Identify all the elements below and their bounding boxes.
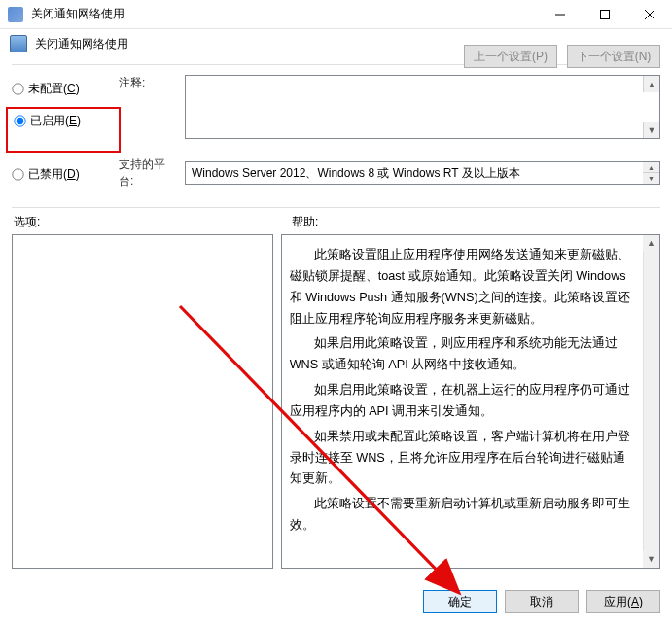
- scroll-up-icon[interactable]: ▲: [643, 162, 659, 173]
- scroll-down-icon[interactable]: ▼: [643, 551, 659, 568]
- help-text: 此策略设置不需要重新启动计算机或重新启动服务即可生效。: [290, 494, 636, 537]
- platform-box: Windows Server 2012、Windows 8 或 Windows …: [185, 161, 660, 185]
- scroll-down-icon[interactable]: ▼: [643, 173, 659, 184]
- highlight-box: 已启用(E): [6, 107, 121, 153]
- maximize-button[interactable]: [583, 0, 627, 28]
- radio-disabled[interactable]: 已禁用(D): [12, 166, 105, 183]
- help-text: 如果禁用或未配置此策略设置，客户端计算机将在用户登录时连接至 WNS，且将允许应…: [290, 427, 636, 491]
- annotation-label: 注释:: [119, 75, 179, 139]
- radio-enabled-input[interactable]: [14, 115, 25, 126]
- options-pane: [12, 234, 273, 569]
- cancel-button[interactable]: 取消: [505, 590, 579, 613]
- ok-button[interactable]: 确定: [423, 590, 497, 613]
- radio-not-configured-input[interactable]: [12, 83, 23, 94]
- apply-button[interactable]: 应用(A): [586, 590, 660, 613]
- titlebar: 关闭通知网络使用: [0, 0, 672, 29]
- help-text: 如果启用此策略设置，则应用程序和系统功能无法通过 WNS 或通知轮询 API 从…: [290, 333, 636, 376]
- help-text: 此策略设置阻止应用程序使用网络发送通知来更新磁贴、磁贴锁屏提醒、toast 或原…: [290, 245, 636, 330]
- radio-enabled-label: 已启用(E): [30, 113, 81, 129]
- window-title: 关闭通知网络使用: [31, 6, 538, 22]
- radio-enabled[interactable]: 已启用(E): [14, 113, 113, 129]
- prev-setting-button[interactable]: 上一个设置(P): [464, 45, 557, 68]
- svg-rect-1: [601, 10, 610, 18]
- help-label: 帮助:: [292, 214, 318, 230]
- scrollbar[interactable]: ▲ ▼: [643, 235, 659, 568]
- scroll-up-icon[interactable]: ▲: [643, 76, 659, 92]
- close-button[interactable]: [627, 0, 672, 28]
- radio-not-configured[interactable]: 未配置(C): [12, 81, 105, 97]
- system-icon: [8, 7, 23, 22]
- help-text: 如果启用此策略设置，在机器上运行的应用程序仍可通过应用程序内的 API 调用来引…: [290, 380, 636, 423]
- policy-icon: [10, 35, 27, 52]
- radio-disabled-label: 已禁用(D): [28, 166, 80, 183]
- platform-label: 支持的平台:: [119, 156, 179, 190]
- minimize-button[interactable]: [538, 0, 583, 28]
- help-pane: 此策略设置阻止应用程序使用网络发送通知来更新磁贴、磁贴锁屏提醒、toast 或原…: [281, 234, 660, 569]
- radio-disabled-input[interactable]: [12, 168, 23, 180]
- scroll-down-icon[interactable]: ▼: [643, 122, 659, 138]
- policy-title: 关闭通知网络使用: [35, 36, 128, 52]
- radio-not-configured-label: 未配置(C): [28, 81, 80, 97]
- platform-text: Windows Server 2012、Windows 8 或 Windows …: [192, 165, 520, 182]
- scroll-up-icon[interactable]: ▲: [643, 235, 659, 252]
- next-setting-button[interactable]: 下一个设置(N): [567, 45, 660, 68]
- annotation-textarea[interactable]: ▲ ▼: [185, 75, 660, 139]
- options-label: 选项:: [14, 214, 292, 230]
